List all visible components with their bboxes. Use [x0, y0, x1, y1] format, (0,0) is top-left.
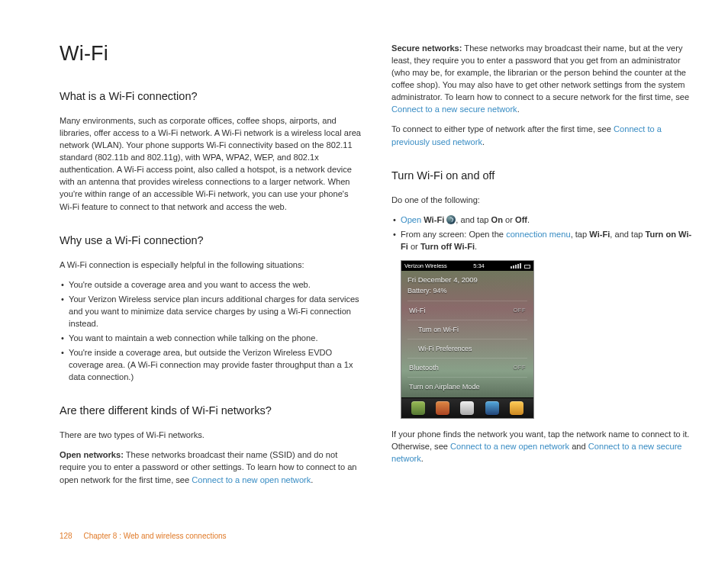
phone-row-wifi[interactable]: Wi-Fi OFF	[407, 301, 527, 320]
label-secure-networks: Secure networks:	[391, 43, 462, 53]
list-item: You're outside a coverage area and you w…	[60, 278, 361, 291]
text: , and tap	[456, 215, 491, 224]
list-item: Open Wi-Fi , and tap On or Off.	[391, 214, 693, 226]
phone-row-label: Bluetooth	[409, 364, 439, 372]
link-connect-secure[interactable]: Connect to a new secure network	[391, 105, 517, 114]
signal-icon	[511, 263, 530, 269]
label-turn-off-wifi: Turn off Wi-Fi	[420, 242, 475, 251]
phone-row-state: OFF	[514, 364, 527, 371]
text: From any screen: Open the	[401, 230, 506, 239]
text: or	[503, 215, 515, 224]
para-why: A Wi-Fi connection is especially helpful…	[60, 259, 361, 271]
text: , tap	[571, 230, 590, 239]
phone-date: Fri December 4, 2009	[407, 275, 527, 284]
link-connect-open-2[interactable]: Connect to a new open network	[450, 442, 569, 451]
link-connection-menu[interactable]: connection menu	[506, 230, 571, 239]
phone-row-turn-on-wifi[interactable]: Turn on Wi-Fi	[407, 320, 527, 339]
label-open-networks: Open networks:	[60, 450, 124, 459]
dock-calendar-icon[interactable]	[485, 401, 499, 415]
para-either: To connect to either type of network aft…	[391, 123, 693, 147]
why-list: You're outside a coverage area and you w…	[60, 278, 361, 384]
text: and	[569, 442, 588, 451]
list-item: You want to maintain a web connection wh…	[60, 332, 361, 344]
page-footer: 128 Chapter 8 : Web and wireless connect…	[60, 532, 227, 540]
text: .	[311, 475, 313, 484]
phone-time: 5:34	[473, 262, 485, 269]
dock-contacts-icon[interactable]	[436, 401, 449, 415]
dock-email-icon[interactable]	[460, 401, 474, 415]
label-off: Off	[515, 215, 527, 224]
heading-kinds: Are there different kinds of Wi-Fi netwo…	[60, 404, 361, 417]
turn-list: Open Wi-Fi , and tap On or Off. From any…	[391, 214, 693, 253]
text: or	[408, 242, 420, 251]
phone-row-label: Turn on Wi-Fi	[418, 326, 459, 333]
text: To connect to either type of network aft…	[391, 124, 614, 134]
wifi-app-icon	[446, 215, 456, 224]
phone-row-label: Wi-Fi Preferences	[418, 345, 472, 352]
label-wifi: Wi-Fi	[424, 215, 444, 224]
phone-row-state: OFF	[514, 307, 527, 314]
para-what: Many environments, such as corporate off…	[60, 114, 361, 213]
text: .	[517, 105, 520, 114]
heading-turn: Turn Wi-Fi on and off	[391, 169, 693, 182]
link-connect-open[interactable]: Connect to a new open network	[192, 475, 311, 484]
para-secure-networks: Secure networks: These networks may broa…	[391, 42, 693, 115]
para-do-one: Do one of the following:	[391, 194, 693, 206]
list-item: You're inside a coverage area, but outsi…	[60, 346, 361, 383]
phone-row-airplane[interactable]: Turn on Airplane Mode	[407, 377, 527, 396]
text: .	[527, 215, 530, 224]
text: .	[475, 242, 477, 251]
phone-carrier: Verizon Wireless	[404, 262, 447, 269]
para-open-networks: Open networks: These networks broadcast …	[60, 449, 361, 485]
para-kinds: There are two types of Wi-Fi networks.	[60, 429, 361, 441]
list-item: Your Verizon Wireless service plan incur…	[60, 293, 361, 330]
heading-what: What is a Wi-Fi connection?	[60, 90, 361, 102]
heading-why: Why use a Wi-Fi connection?	[60, 234, 361, 246]
page-title: Wi-Fi	[60, 42, 361, 66]
phone-battery: Battery: 94%	[407, 287, 527, 294]
phone-row-bluetooth[interactable]: Bluetooth OFF	[407, 358, 527, 377]
list-item: From any screen: Open the connection men…	[391, 228, 693, 253]
phone-row-label: Wi-Fi	[409, 307, 425, 314]
phone-screenshot: Verizon Wireless 5:34 Fri December 4, 20…	[401, 260, 534, 419]
text: .	[421, 454, 424, 463]
dock-phone-icon[interactable]	[411, 401, 425, 415]
text: , and tap	[610, 230, 645, 239]
phone-dock	[401, 397, 533, 418]
page-number: 128	[60, 532, 72, 540]
chapter-label: Chapter 8 : Web and wireless connections	[83, 532, 226, 540]
para-after: If your phone finds the network you want…	[391, 428, 693, 465]
dock-launcher-icon[interactable]	[510, 401, 523, 415]
phone-row-label: Turn on Airplane Mode	[409, 383, 480, 391]
phone-row-wifi-pref[interactable]: Wi-Fi Preferences	[407, 339, 527, 358]
phone-status-bar: Verizon Wireless 5:34	[401, 261, 533, 271]
label-on: On	[491, 215, 503, 224]
link-open[interactable]: Open	[401, 215, 421, 224]
text: .	[482, 137, 485, 146]
label-wifi: Wi-Fi	[589, 230, 610, 239]
